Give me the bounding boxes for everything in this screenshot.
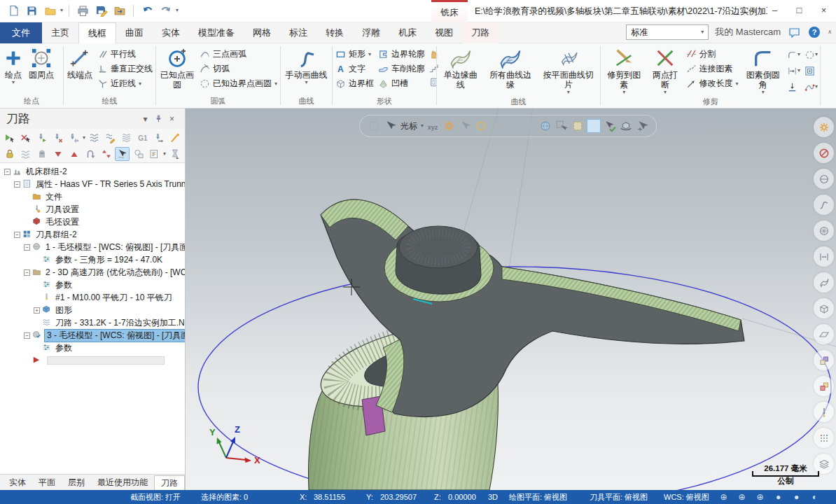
cursor-box2-icon[interactable]: [555, 119, 569, 133]
print-button[interactable]: [75, 2, 91, 19]
minimize-button[interactable]: –: [762, 0, 787, 20]
tree-item[interactable]: 参数: [0, 342, 185, 354]
tab-转换[interactable]: 转换: [316, 22, 353, 43]
qat-customize-icon[interactable]: ▾: [176, 8, 179, 13]
mode-3d-toggle[interactable]: 3D: [488, 490, 498, 504]
text-button[interactable]: A 文字: [333, 62, 376, 76]
tree-item[interactable]: 毛坯设置: [0, 216, 185, 228]
contextual-tab-mill[interactable]: 铣床: [431, 0, 468, 22]
surf-faded-icon[interactable]: [506, 119, 520, 133]
slice-by-plane-button[interactable]: 按平面曲线切片 ▾: [538, 45, 600, 97]
line-endpoints-button[interactable]: 线端点: [64, 45, 95, 81]
offset-box-button[interactable]: [803, 64, 819, 78]
save-as-button[interactable]: [93, 2, 109, 19]
tool-arrow-icon[interactable]: [151, 131, 166, 145]
waves-gray-icon[interactable]: [18, 147, 33, 161]
panel-menu-icon[interactable]: ▾: [139, 112, 152, 125]
graphics-viewport[interactable]: 光标 ▾ xyz Y Z X 26.177 毫米 公制: [186, 108, 836, 490]
tree-item[interactable]: 刀具设置: [0, 203, 185, 216]
break-two-points-button[interactable]: 两点打断 ▾: [646, 45, 683, 97]
open-dropdown-icon[interactable]: ▾: [60, 8, 63, 13]
pin-icon[interactable]: [152, 112, 165, 125]
tree-item[interactable]: −1 - 毛坯模型 - [WCS: 俯视图] - [刀具面: [0, 241, 185, 253]
project-down-button[interactable]: [786, 80, 802, 94]
waves-dense-icon[interactable]: [119, 131, 134, 145]
tree-item[interactable]: [0, 354, 185, 367]
single-edge-curve-button[interactable]: 单边缘曲线: [438, 45, 484, 91]
plane-icon[interactable]: ⊕: [755, 490, 765, 504]
probe-button[interactable]: [814, 402, 834, 422]
maximize-button[interactable]: □: [787, 0, 811, 20]
circle-slash-button[interactable]: [814, 169, 834, 189]
perpendicular-line-button[interactable]: 垂直正交线: [95, 62, 155, 76]
tree-item[interactable]: −属性 - Haas VF - TR Series 5 Axis Trunnio…: [0, 178, 185, 190]
fillet-chains-button[interactable]: ▾: [786, 48, 802, 62]
tab-线框[interactable]: 线框: [78, 22, 116, 43]
join-entities-button[interactable]: 连接图素: [684, 62, 741, 76]
pencil-slash-icon[interactable]: [167, 131, 182, 145]
cplane-selector[interactable]: 绘图平面: 俯视图: [509, 490, 567, 504]
tree-item[interactable]: +图形: [0, 304, 185, 316]
all-curve-edges-button[interactable]: 所有曲线边缘: [484, 45, 538, 91]
cursor-faded-icon[interactable]: [490, 119, 504, 133]
sphere-blue-icon[interactable]: [538, 119, 552, 133]
tree-item[interactable]: #1 - M10.00 平铣刀 - 10 平铣刀: [0, 291, 185, 304]
waves-icon[interactable]: [87, 131, 102, 145]
tree-expander[interactable]: −: [14, 181, 20, 188]
closest-line-button[interactable]: 近距线 ▾: [95, 76, 155, 91]
cursor-check-icon[interactable]: [603, 119, 617, 133]
cursor-dark-icon[interactable]: [383, 119, 397, 133]
cubes-purple-button[interactable]: [814, 350, 834, 370]
g1-icon[interactable]: G1: [135, 131, 150, 145]
redo-button[interactable]: [158, 2, 174, 19]
fillet-entities-button[interactable]: 图素倒圆角 ▾: [741, 45, 786, 97]
panel-tab-平面[interactable]: 平面: [32, 475, 62, 490]
modify-length-button[interactable]: 修改长度 ▾: [684, 76, 741, 91]
box-g-button[interactable]: [814, 298, 834, 318]
width-h-button[interactable]: [814, 246, 834, 267]
close-circle-button[interactable]: ▾: [803, 48, 819, 62]
grid-dots-button[interactable]: [814, 428, 834, 448]
trim-divide-mid-button[interactable]: ▾: [786, 64, 802, 78]
turn-profile-button[interactable]: 车削轮廓: [376, 62, 427, 76]
new-file-button[interactable]: [6, 2, 22, 19]
tab-视图[interactable]: 视图: [426, 22, 462, 43]
tab-主页[interactable]: 主页: [42, 22, 78, 43]
circle-center-button[interactable]: 已知点画圆: [157, 45, 197, 91]
wcs-selector[interactable]: WCS: 俯视图: [664, 490, 709, 504]
circle-copy-icon[interactable]: [131, 147, 146, 161]
manual-spline-button[interactable]: 手动画曲线 ▾: [283, 45, 330, 87]
uturn-icon[interactable]: [83, 147, 97, 161]
parallel-line-button[interactable]: 平行线: [95, 47, 155, 62]
tool-move-icon[interactable]: [67, 131, 81, 145]
tab-文件[interactable]: 文件: [0, 22, 42, 43]
style-preset-combo[interactable]: 标准 ▾: [626, 24, 709, 40]
tab-模型准备[interactable]: 模型准备: [189, 22, 244, 43]
tri-up-icon[interactable]: [67, 147, 81, 161]
edit-spline-button[interactable]: ▾: [803, 80, 819, 94]
open-file-button[interactable]: [42, 2, 58, 19]
ring-gold-icon[interactable]: [474, 119, 488, 133]
sheet-g-button[interactable]: [814, 324, 834, 344]
panel-tab-刀路[interactable]: 刀路: [154, 475, 185, 490]
tree-item[interactable]: −机床群组-2: [0, 165, 185, 178]
tree-item[interactable]: −2 - 3D 高速刀路 (优化动态铣削) - [WC: [0, 266, 185, 279]
panel-tab-层别[interactable]: 层别: [62, 475, 91, 490]
z-coordinate-value[interactable]: 0.00000: [448, 490, 476, 504]
tree-expander[interactable]: −: [24, 270, 30, 276]
half-icon[interactable]: ◐: [809, 490, 820, 504]
hl-box-icon[interactable]: [587, 119, 601, 133]
close-button[interactable]: ×: [811, 0, 836, 20]
tab-机床[interactable]: 机床: [389, 22, 426, 43]
arc-3-points-button[interactable]: 三点画弧: [197, 47, 279, 62]
import-folder-button[interactable]: [111, 2, 127, 19]
tab-标注[interactable]: 标注: [280, 22, 316, 43]
x-coordinate-value[interactable]: 38.51155: [314, 490, 345, 504]
tree-item[interactable]: 参数: [0, 279, 185, 291]
tplane-selector[interactable]: 刀具平面: 俯视图: [590, 490, 648, 504]
squares-red-button[interactable]: [814, 376, 834, 396]
select-all-play-icon[interactable]: [2, 131, 17, 145]
tool-x-icon[interactable]: [50, 131, 65, 145]
surf-faded-icon[interactable]: [522, 119, 536, 133]
list-dd-icon[interactable]: [147, 147, 162, 161]
